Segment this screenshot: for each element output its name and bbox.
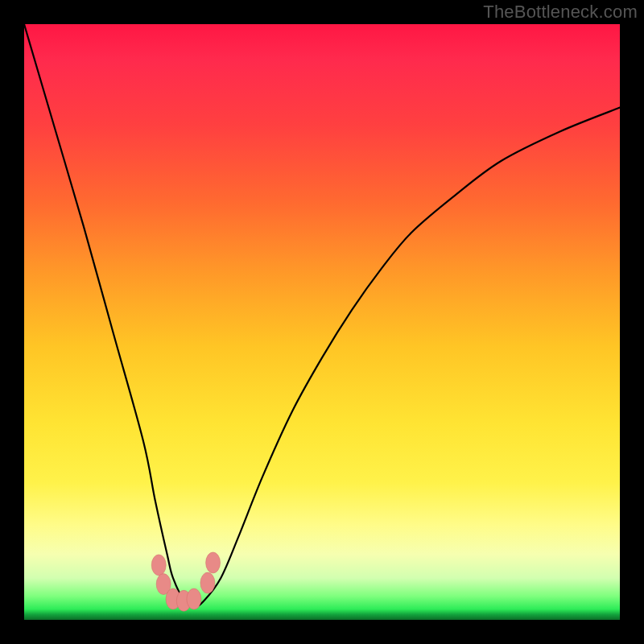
trough-bead — [206, 552, 221, 573]
watermark-text: TheBottleneck.com — [483, 2, 638, 23]
bottleneck-curve-path — [24, 24, 620, 607]
chart-frame: TheBottleneck.com — [0, 0, 644, 644]
plot-area — [24, 24, 620, 620]
trough-bead — [187, 588, 201, 609]
trough-bead — [200, 572, 215, 593]
bottleneck-curve-svg — [24, 24, 620, 620]
trough-markers — [151, 552, 220, 611]
trough-bead — [151, 555, 166, 576]
